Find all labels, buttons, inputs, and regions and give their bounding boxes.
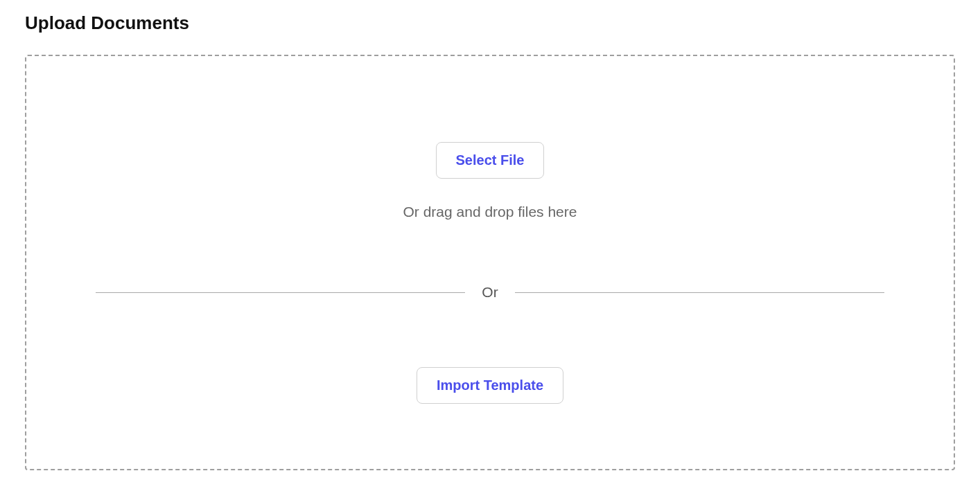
- divider-label: Or: [482, 284, 498, 301]
- import-template-button[interactable]: Import Template: [417, 367, 563, 404]
- file-drop-zone[interactable]: Select File Or drag and drop files here …: [25, 55, 955, 470]
- import-wrapper: Import Template: [417, 367, 563, 404]
- drag-drop-hint: Or drag and drop files here: [403, 204, 577, 220]
- divider-line-right: [515, 292, 884, 293]
- divider-line-left: [96, 292, 465, 293]
- select-file-button[interactable]: Select File: [436, 142, 545, 179]
- page-title: Upload Documents: [25, 12, 955, 34]
- divider-row: Or: [96, 284, 884, 301]
